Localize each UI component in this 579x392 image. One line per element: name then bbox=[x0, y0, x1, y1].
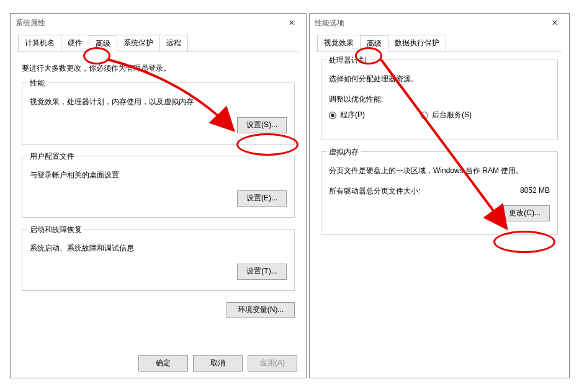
vm-desc: 分页文件是硬盘上的一块区域，Windows 当作 RAM 使用。 bbox=[329, 166, 550, 176]
radio-dot-icon bbox=[329, 112, 336, 119]
performance-legend: 性能 bbox=[27, 78, 47, 89]
tab-visual-effects[interactable]: 视觉效果 bbox=[317, 35, 361, 51]
tabs: 计算机名 硬件 高级 系统保护 远程 bbox=[18, 35, 298, 52]
performance-settings-button[interactable]: 设置(S)... bbox=[237, 117, 287, 133]
performance-desc: 视觉效果，处理器计划，内存使用，以及虚拟内存 bbox=[30, 97, 287, 107]
cancel-button[interactable]: 取消 bbox=[193, 355, 243, 372]
window-title: 系统属性 bbox=[16, 18, 45, 29]
titlebar: 系统属性 × bbox=[11, 14, 306, 32]
close-icon[interactable]: × bbox=[545, 17, 564, 29]
startup-settings-button[interactable]: 设置(T)... bbox=[237, 264, 287, 280]
vm-legend: 虚拟内存 bbox=[326, 147, 361, 158]
userprofile-settings-button[interactable]: 设置(E)... bbox=[237, 190, 287, 207]
ok-button[interactable]: 确定 bbox=[138, 355, 188, 372]
tab-advanced[interactable]: 高级 bbox=[360, 35, 388, 52]
titlebar: 性能选项 × bbox=[310, 14, 569, 32]
radio-programs[interactable]: 程序(P) bbox=[329, 110, 365, 120]
vm-total-label: 所有驱动器总分页文件大小: bbox=[329, 186, 420, 197]
userprofile-desc: 与登录帐户相关的桌面设置 bbox=[30, 170, 287, 180]
tabs: 视觉效果 高级 数据执行保护 bbox=[317, 35, 562, 52]
tab-advanced[interactable]: 高级 bbox=[89, 35, 117, 52]
radio-dot-icon bbox=[421, 112, 428, 119]
startup-legend: 启动和故障恢复 bbox=[27, 225, 84, 235]
tab-system-protection[interactable]: 系统保护 bbox=[117, 35, 160, 51]
adjust-label: 调整以优化性能: bbox=[329, 94, 550, 105]
processor-desc: 选择如何分配处理器资源。 bbox=[329, 74, 550, 84]
vm-total-value: 8052 MB bbox=[520, 186, 550, 197]
tab-dep[interactable]: 数据执行保护 bbox=[388, 35, 446, 51]
close-icon[interactable]: × bbox=[282, 17, 301, 29]
tab-body: 要进行大多数更改，你必须作为管理员登录。 性能 视觉效果，处理器计划，内存使用，… bbox=[11, 52, 306, 326]
userprofile-legend: 用户配置文件 bbox=[27, 151, 77, 162]
tab-remote[interactable]: 远程 bbox=[159, 35, 188, 51]
processor-legend: 处理器计划 bbox=[326, 55, 369, 66]
processor-group: 处理器计划 选择如何分配处理器资源。 调整以优化性能: 程序(P) 后台服务(S… bbox=[321, 60, 558, 140]
virtual-memory-group: 虚拟内存 分页文件是硬盘上的一块区域，Windows 当作 RAM 使用。 所有… bbox=[321, 151, 558, 235]
tab-computer-name[interactable]: 计算机名 bbox=[18, 35, 61, 51]
tab-body: 处理器计划 选择如何分配处理器资源。 调整以优化性能: 程序(P) 后台服务(S… bbox=[310, 52, 569, 254]
footer-buttons: 确定 取消 应用(A) bbox=[138, 355, 297, 372]
apply-button[interactable]: 应用(A) bbox=[248, 355, 297, 372]
tab-hardware[interactable]: 硬件 bbox=[61, 35, 89, 51]
startup-desc: 系统启动、系统故障和调试信息 bbox=[30, 243, 287, 254]
radio-background[interactable]: 后台服务(S) bbox=[421, 110, 472, 120]
userprofile-group: 用户配置文件 与登录帐户相关的桌面设置 设置(E)... bbox=[22, 156, 295, 218]
vm-change-button[interactable]: 更改(C)... bbox=[500, 205, 550, 221]
performance-group: 性能 视觉效果，处理器计划，内存使用，以及虚拟内存 设置(S)... bbox=[22, 82, 295, 145]
env-vars-button[interactable]: 环境变量(N)... bbox=[227, 302, 295, 318]
system-properties-window: 系统属性 × 计算机名 硬件 高级 系统保护 远程 要进行大多数更改，你必须作为… bbox=[10, 13, 307, 378]
performance-options-window: 性能选项 × 视觉效果 高级 数据执行保护 处理器计划 选择如何分配处理器资源。… bbox=[309, 13, 570, 378]
startup-group: 启动和故障恢复 系统启动、系统故障和调试信息 设置(T)... bbox=[22, 229, 295, 291]
admin-note: 要进行大多数更改，你必须作为管理员登录。 bbox=[22, 63, 295, 74]
window-title: 性能选项 bbox=[315, 18, 344, 29]
